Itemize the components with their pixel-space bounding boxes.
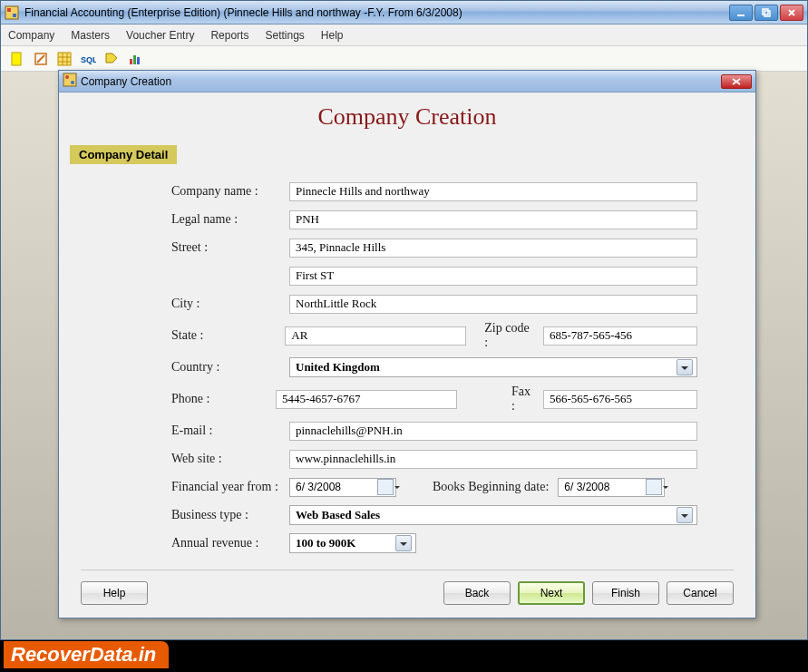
- menu-settings[interactable]: Settings: [265, 29, 304, 42]
- dialog-body: Company Creation Company Detail Company …: [59, 93, 755, 571]
- watermark-text: RecoverData.in: [11, 643, 156, 666]
- svg-rect-2: [13, 14, 16, 17]
- chevron-down-icon: [394, 486, 400, 489]
- dialog-title: Company Creation: [81, 75, 171, 88]
- country-value: United Kingdom: [296, 360, 380, 375]
- page-title: Company Creation: [81, 103, 734, 131]
- toolbar: SQL: [1, 46, 807, 72]
- next-button[interactable]: Next: [518, 581, 585, 605]
- annual-revenue-label: Annual revenue :: [171, 536, 289, 550]
- chevron-down-icon: [663, 486, 668, 489]
- books-begin-label: Books Beginning date:: [433, 480, 549, 494]
- phone-label: Phone :: [171, 392, 276, 406]
- back-button[interactable]: Back: [443, 581, 511, 605]
- dropdown-arrow-icon: [681, 514, 688, 518]
- window-controls: [729, 5, 803, 21]
- email-input[interactable]: [289, 422, 697, 441]
- website-input[interactable]: [289, 450, 697, 469]
- form: Company name : Legal name : Street : Cit…: [81, 180, 734, 554]
- dialog-icon: [63, 73, 77, 90]
- books-begin-value: 6/ 3/2008: [564, 481, 609, 493]
- country-label: Country :: [171, 360, 289, 375]
- email-label: E-mail :: [171, 424, 289, 438]
- dialog-footer: Help Back Next Finish Cancel: [81, 581, 734, 605]
- website-label: Web site :: [171, 452, 289, 466]
- divider: [81, 570, 734, 570]
- watermark: RecoverData.in: [4, 641, 169, 668]
- street-label: Street :: [171, 240, 289, 255]
- state-label: State :: [171, 328, 285, 343]
- menu-help[interactable]: Help: [321, 29, 344, 42]
- cancel-button-label: Cancel: [683, 587, 716, 599]
- svg-point-14: [65, 75, 69, 79]
- svg-rect-11: [133, 55, 136, 64]
- company-creation-dialog: Company Creation Company Creation Compan…: [58, 70, 756, 618]
- cancel-button[interactable]: Cancel: [667, 581, 734, 605]
- dialog-titlebar: Company Creation: [59, 71, 755, 93]
- section-header: Company Detail: [70, 145, 177, 164]
- svg-rect-10: [130, 59, 132, 64]
- dialog-close-button[interactable]: [721, 74, 752, 89]
- menubar: Company Masters Voucher Entry Reports Se…: [1, 24, 807, 46]
- state-input[interactable]: [285, 326, 466, 346]
- help-button[interactable]: Help: [81, 581, 148, 605]
- minimize-button[interactable]: [729, 5, 753, 21]
- city-label: City :: [171, 297, 289, 311]
- menu-company[interactable]: Company: [8, 29, 54, 42]
- svg-rect-6: [12, 53, 21, 65]
- finish-button-label: Finish: [611, 587, 640, 599]
- app-window: Financial Accounting (Enterprise Edition…: [0, 0, 808, 640]
- menu-reports[interactable]: Reports: [210, 29, 248, 42]
- grid-icon[interactable]: [55, 50, 73, 68]
- dropdown-arrow-icon: [681, 366, 688, 370]
- annual-revenue-value: 100 to 900K: [296, 536, 355, 550]
- app-icon: [5, 5, 19, 20]
- new-file-icon[interactable]: [8, 50, 26, 68]
- svg-rect-3: [737, 15, 745, 16]
- svg-text:SQL: SQL: [81, 55, 96, 64]
- edit-icon[interactable]: [32, 50, 50, 68]
- fy-from-date[interactable]: 6/ 3/2008: [289, 478, 396, 497]
- fy-from-value: 6/ 3/2008: [296, 481, 341, 493]
- street1-input[interactable]: [289, 239, 697, 258]
- tag-icon[interactable]: [102, 50, 121, 68]
- dropdown-arrow-icon: [400, 542, 407, 546]
- books-begin-date[interactable]: 6/ 3/2008: [558, 478, 665, 497]
- country-select[interactable]: United Kingdom: [289, 357, 697, 377]
- zip-input[interactable]: [543, 326, 697, 346]
- sql-icon[interactable]: SQL: [79, 50, 97, 68]
- street2-input[interactable]: [289, 267, 697, 286]
- finish-button[interactable]: Finish: [592, 581, 659, 605]
- svg-rect-5: [764, 11, 770, 16]
- zip-label: Zip code :: [484, 321, 534, 350]
- svg-rect-8: [58, 53, 71, 65]
- svg-rect-12: [137, 57, 140, 64]
- maximize-button[interactable]: [754, 5, 778, 21]
- back-button-label: Back: [465, 587, 490, 599]
- chart-icon[interactable]: [126, 50, 144, 68]
- fax-label: Fax :: [511, 385, 534, 414]
- phone-input[interactable]: [276, 390, 457, 409]
- menu-voucher-entry[interactable]: Voucher Entry: [126, 29, 194, 42]
- svg-point-15: [71, 81, 74, 84]
- business-type-value: Web Based Sales: [296, 508, 380, 522]
- svg-rect-1: [7, 8, 11, 12]
- business-type-select[interactable]: Web Based Sales: [289, 505, 697, 525]
- fy-from-label: Financial year from :: [171, 480, 289, 494]
- next-button-label: Next: [540, 587, 563, 599]
- business-type-label: Business type :: [171, 508, 289, 522]
- menu-masters[interactable]: Masters: [71, 29, 110, 42]
- annual-revenue-select[interactable]: 100 to 900K: [289, 533, 416, 553]
- svg-rect-4: [763, 9, 768, 15]
- company-name-label: Company name :: [171, 184, 289, 199]
- app-title: Financial Accounting (Enterprise Edition…: [24, 6, 462, 19]
- company-name-input[interactable]: [289, 182, 697, 201]
- svg-rect-13: [63, 73, 76, 86]
- legal-name-input[interactable]: [289, 210, 697, 229]
- help-button-label: Help: [103, 587, 126, 599]
- fax-input[interactable]: [543, 390, 697, 409]
- legal-name-label: Legal name :: [171, 212, 289, 227]
- city-input[interactable]: [289, 295, 697, 314]
- close-button[interactable]: [780, 5, 803, 21]
- app-titlebar: Financial Accounting (Enterprise Edition…: [1, 1, 807, 24]
